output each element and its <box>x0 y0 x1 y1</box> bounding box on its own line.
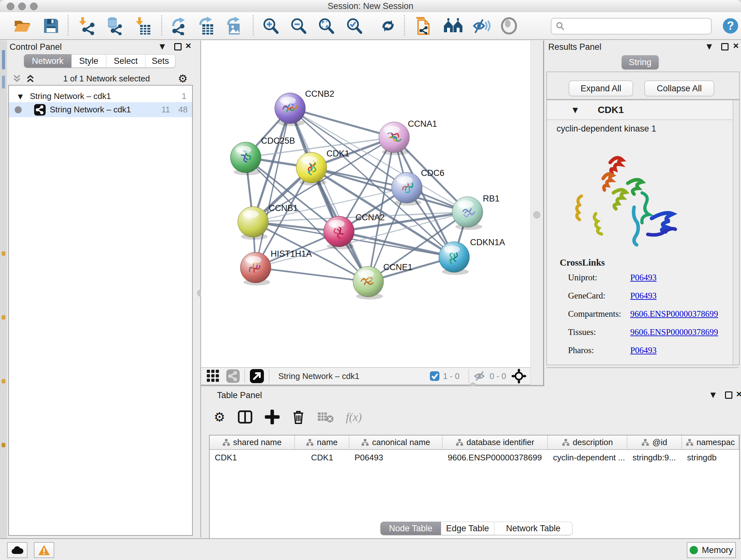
column-header-3[interactable]: database identifier <box>443 435 548 449</box>
network-node-RB1[interactable]: RB1 <box>452 194 500 230</box>
collapse-all-button[interactable]: Collapse All <box>644 80 714 97</box>
show-glass-button[interactable] <box>499 16 519 36</box>
right-splitter-handle[interactable] <box>533 211 540 219</box>
import-table-from-file-button[interactable] <box>133 16 153 36</box>
zoom-selected-button[interactable] <box>344 16 364 36</box>
control-panel-close-icon[interactable]: ✕ <box>185 42 192 51</box>
tab-node-table[interactable]: Node Table <box>381 522 441 535</box>
control-panel-float-icon[interactable] <box>174 43 182 51</box>
section-expander-icon[interactable]: ▼ <box>572 106 578 114</box>
tree-expander-icon[interactable]: ▼ <box>18 92 23 100</box>
table-panel-close-icon[interactable]: ✕ <box>736 390 741 399</box>
cell-1[interactable]: CDK1 <box>295 450 349 465</box>
function-builder-button[interactable]: f(x) <box>346 410 362 424</box>
save-session-button[interactable] <box>41 16 61 36</box>
warnings-button[interactable] <box>34 542 54 558</box>
memory-button[interactable]: Memory <box>687 542 736 558</box>
main-toolbar: ? <box>0 12 741 40</box>
birds-eye-grid-icon[interactable] <box>206 369 220 383</box>
cell-6[interactable]: stringdb <box>682 450 739 465</box>
column-header-1[interactable]: name <box>295 435 349 449</box>
crosslink-label: GeneCard: <box>568 291 630 301</box>
node-label-CDKN1A: CDKN1A <box>470 238 505 247</box>
cell-3[interactable]: 9606.ENSP00000378699 <box>443 450 548 465</box>
control-panel-collapse-icon[interactable]: ▼ <box>159 43 165 51</box>
cloud-tasks-button[interactable] <box>7 542 27 558</box>
results-panel-collapse-icon[interactable]: ▼ <box>706 43 712 51</box>
tab-edge-table[interactable]: Edge Table <box>441 522 494 535</box>
crosslink-link[interactable]: 9606.ENSP00000378699 <box>630 327 718 337</box>
collapse-all-chevron-icon[interactable] <box>12 74 22 83</box>
network-row-selected[interactable]: String Network – cdk1 11 48 <box>9 102 192 117</box>
expand-all-button[interactable]: Expand All <box>569 80 633 97</box>
zoom-fit-button[interactable] <box>316 16 336 36</box>
network-node-CCNE1[interactable]: CCNE1 <box>353 262 413 300</box>
fit-crosshair-icon[interactable] <box>511 368 527 384</box>
results-panel-float-icon[interactable] <box>721 43 729 51</box>
gene-section-header[interactable]: ▼ CDK1 <box>547 100 739 120</box>
crosslink-link[interactable]: P06493 <box>630 273 657 283</box>
tab-network-table[interactable]: Network Table <box>494 522 572 535</box>
export-network-button[interactable] <box>170 16 189 36</box>
column-header-0[interactable]: shared name <box>210 435 295 449</box>
network-collection-row[interactable]: ▼ String Network – cdk1 1 <box>9 89 192 104</box>
import-network-from-file-button[interactable] <box>77 16 97 36</box>
tab-sets[interactable]: Sets <box>145 54 176 68</box>
window-title: Session: New Session <box>0 1 741 11</box>
network-canvas[interactable]: CCNB2CCNA1CDC25BCDK1CDC6RB1CCNB1CCNA2CDK… <box>201 41 530 367</box>
zoom-in-button[interactable] <box>261 16 280 36</box>
cell-5[interactable]: stringdb:9... <box>627 450 682 465</box>
node-label-HIST1H1A: HIST1H1A <box>271 249 312 259</box>
tab-network[interactable]: Network <box>24 54 71 68</box>
tab-string[interactable]: String <box>622 55 659 69</box>
toolbar-separator <box>269 369 269 383</box>
cytoscape-window: Session: New Session <box>0 0 741 560</box>
network-node-CDKN1A[interactable]: CDKN1A <box>439 238 505 275</box>
cell-0[interactable]: CDK1 <box>210 450 295 465</box>
table-panel-collapse-icon[interactable]: ▼ <box>711 391 716 399</box>
zoom-out-icon <box>289 17 307 35</box>
help-button[interactable]: ? <box>721 16 740 36</box>
table-options-gear-icon[interactable]: ⚙ <box>214 411 225 423</box>
search-input[interactable] <box>551 18 712 35</box>
network-label: String Network – cdk1 <box>50 105 131 115</box>
table-row[interactable]: CDK1CDK1P064939606.ENSP00000378699cyclin… <box>210 450 739 465</box>
edge-count: 48 <box>179 105 188 115</box>
table-panel-float-icon[interactable] <box>725 391 732 399</box>
export-image-button[interactable] <box>224 16 244 36</box>
string-home-button[interactable] <box>443 16 463 36</box>
crosslink-label: Tissues: <box>568 327 630 337</box>
tab-style[interactable]: Style <box>71 54 106 68</box>
crosslink-link[interactable]: P06493 <box>630 346 657 355</box>
network-options-gear-icon[interactable]: ⚙ <box>178 73 188 84</box>
cell-2[interactable]: P06493 <box>349 450 443 465</box>
show-columns-icon[interactable] <box>238 409 253 425</box>
hide-glass-button[interactable] <box>471 16 491 36</box>
cell-4[interactable]: cyclin-dependent ... <box>548 450 627 465</box>
network-overview-share-icon[interactable] <box>226 369 240 383</box>
import-network-from-database-button[interactable] <box>104 16 124 36</box>
results-scrollbar[interactable] <box>733 100 739 365</box>
selected-checkbox-icon[interactable] <box>429 371 440 381</box>
results-splitter[interactable] <box>546 367 738 368</box>
delete-column-trash-icon[interactable] <box>292 409 305 425</box>
tab-select[interactable]: Select <box>106 54 145 68</box>
expand-all-chevron-icon[interactable] <box>25 74 35 83</box>
column-header-4[interactable]: description <box>548 435 627 449</box>
column-header-5[interactable]: @id <box>627 435 682 449</box>
refresh-button[interactable] <box>378 16 398 36</box>
export-table-button[interactable] <box>197 16 217 36</box>
crosslink-link[interactable]: P06493 <box>630 291 657 301</box>
string-import-button[interactable] <box>414 16 434 36</box>
crosslink-link[interactable]: 9606.ENSP00000378699 <box>630 309 718 319</box>
open-session-button[interactable] <box>12 16 32 36</box>
detach-view-icon[interactable] <box>250 369 264 383</box>
column-header-2[interactable]: canonical name <box>349 435 443 449</box>
network-node-HIST1H1A[interactable]: HIST1H1A <box>240 249 312 286</box>
column-source-icon <box>562 439 569 446</box>
network-node-CCNA1[interactable]: CCNA1 <box>379 119 437 155</box>
zoom-out-button[interactable] <box>288 16 308 36</box>
column-header-6[interactable]: namespac <box>682 435 739 449</box>
results-panel-close-icon[interactable]: ✕ <box>733 42 739 51</box>
add-column-plus-icon[interactable] <box>265 410 280 424</box>
